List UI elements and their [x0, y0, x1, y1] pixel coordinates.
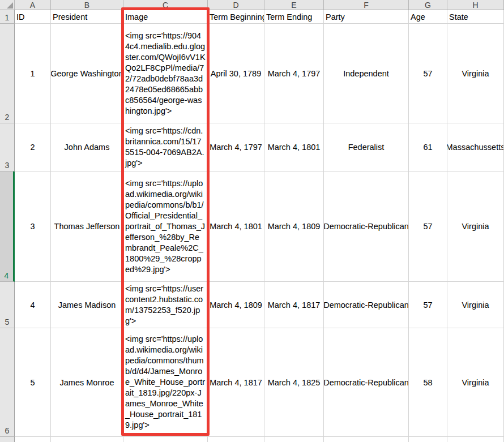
- cell-H2[interactable]: Virginia: [447, 24, 504, 123]
- row-header-6[interactable]: 6: [0, 328, 15, 437]
- cell-B6[interactable]: James Monroe: [51, 328, 123, 437]
- cell-E7[interactable]: [264, 437, 324, 442]
- cell-F2[interactable]: Independent: [324, 24, 409, 123]
- cell-H4[interactable]: Virginia: [447, 171, 504, 282]
- cell-C1[interactable]: Image: [123, 10, 208, 24]
- cell-D5[interactable]: March 4, 1809: [208, 282, 264, 328]
- sheet-row-1: 1IDPresidentImageTerm BeginningTerm Endi…: [0, 10, 504, 24]
- spreadsheet: ABCDEFGH 1IDPresidentImageTerm Beginning…: [0, 0, 504, 442]
- cell-D6[interactable]: March 4, 1817: [208, 328, 264, 437]
- column-header-A[interactable]: A: [15, 0, 51, 10]
- cell-C7[interactable]: [123, 437, 208, 442]
- cell-G6[interactable]: 58: [409, 328, 447, 437]
- cell-G1[interactable]: Age: [409, 10, 447, 24]
- sheet-row-4: 43Thomas Jefferson<img src='https://uplo…: [0, 171, 504, 282]
- column-header-strip: ABCDEFGH: [0, 0, 504, 10]
- column-header-H[interactable]: H: [447, 0, 504, 10]
- row-header-7[interactable]: [0, 437, 15, 442]
- cell-H3[interactable]: Massachussetts: [447, 123, 504, 171]
- cell-G7[interactable]: [409, 437, 447, 442]
- cell-F6[interactable]: Democratic-Republican: [324, 328, 409, 437]
- column-header-E[interactable]: E: [264, 0, 324, 10]
- cell-F3[interactable]: Federalist: [324, 123, 409, 171]
- cell-C5[interactable]: <img src='https://usercontent2.hubstatic…: [123, 282, 208, 328]
- cell-F7[interactable]: [324, 437, 409, 442]
- cell-A4[interactable]: 3: [15, 171, 51, 282]
- sheet-row-3: 32John Adams<img src='https://cdn.britan…: [0, 123, 504, 171]
- row-header-2[interactable]: 2: [0, 24, 15, 123]
- column-header-F[interactable]: F: [324, 0, 409, 10]
- cell-A6[interactable]: 5: [15, 328, 51, 437]
- cell-A5[interactable]: 4: [15, 282, 51, 328]
- cell-E6[interactable]: March 4, 1825: [264, 328, 324, 437]
- sheet-row-2: 21George Washington<img src='https://904…: [0, 24, 504, 123]
- cell-C3[interactable]: <img src='https://cdn.britannica.com/15/…: [123, 123, 208, 171]
- cell-D2[interactable]: April 30, 1789: [208, 24, 264, 123]
- cell-D1[interactable]: Term Beginning: [208, 10, 264, 24]
- cell-F1[interactable]: Party: [324, 10, 409, 24]
- cell-B2[interactable]: George Washington: [51, 24, 123, 123]
- row-header-5[interactable]: 5: [0, 282, 15, 328]
- select-all-corner[interactable]: [0, 0, 15, 10]
- cell-H5[interactable]: Virginia: [447, 282, 504, 328]
- cell-E3[interactable]: March 4, 1801: [264, 123, 324, 171]
- cell-E1[interactable]: Term Ending: [264, 10, 324, 24]
- cell-E4[interactable]: March 4, 1809: [264, 171, 324, 282]
- cell-A3[interactable]: 2: [15, 123, 51, 171]
- cell-H7[interactable]: [447, 437, 504, 442]
- sheet-row-partial: [0, 437, 504, 442]
- select-all-triangle-icon: [7, 2, 13, 8]
- sheet-row-5: 54James Madison<img src='https://usercon…: [0, 282, 504, 328]
- cell-B5[interactable]: James Madison: [51, 282, 123, 328]
- column-header-C[interactable]: C: [123, 0, 208, 10]
- cell-B1[interactable]: President: [51, 10, 123, 24]
- cell-F5[interactable]: Democratic-Republican: [324, 282, 409, 328]
- column-header-B[interactable]: B: [51, 0, 123, 10]
- column-header-D[interactable]: D: [208, 0, 264, 10]
- sheet-row-6: 65James Monroe<img src='https://upload.w…: [0, 328, 504, 437]
- cell-D3[interactable]: March 4, 1797: [208, 123, 264, 171]
- cell-D4[interactable]: March 4, 1801: [208, 171, 264, 282]
- cell-G3[interactable]: 61: [409, 123, 447, 171]
- cell-G4[interactable]: 57: [409, 171, 447, 282]
- cell-A2[interactable]: 1: [15, 24, 51, 123]
- cell-C2[interactable]: <img src='https://9044c4.medialib.edu.gl…: [123, 24, 208, 123]
- cell-G2[interactable]: 57: [409, 24, 447, 123]
- cell-H6[interactable]: Virginia: [447, 328, 504, 437]
- cell-D7[interactable]: [208, 437, 264, 442]
- cell-B3[interactable]: John Adams: [51, 123, 123, 171]
- cell-F4[interactable]: Democratic-Republican: [324, 171, 409, 282]
- cell-E2[interactable]: March 4, 1797: [264, 24, 324, 123]
- row-header-4[interactable]: 4: [0, 171, 15, 282]
- column-header-G[interactable]: G: [409, 0, 447, 10]
- cell-G5[interactable]: 57: [409, 282, 447, 328]
- sheet-rows: 1IDPresidentImageTerm BeginningTerm Endi…: [0, 10, 504, 442]
- cell-A7[interactable]: [15, 437, 51, 442]
- cell-B4[interactable]: Thomas Jefferson: [51, 171, 123, 282]
- cell-H1[interactable]: State: [447, 10, 504, 24]
- cell-C4[interactable]: <img src='https://upload.wikimedia.org/w…: [123, 171, 208, 282]
- cell-C6[interactable]: <img src='https://upload.wikimedia.org/w…: [123, 328, 208, 437]
- cell-A1[interactable]: ID: [15, 10, 51, 24]
- row-header-3[interactable]: 3: [0, 123, 15, 171]
- row-header-1[interactable]: 1: [0, 10, 15, 24]
- cell-B7[interactable]: [51, 437, 123, 442]
- cell-E5[interactable]: March 4, 1817: [264, 282, 324, 328]
